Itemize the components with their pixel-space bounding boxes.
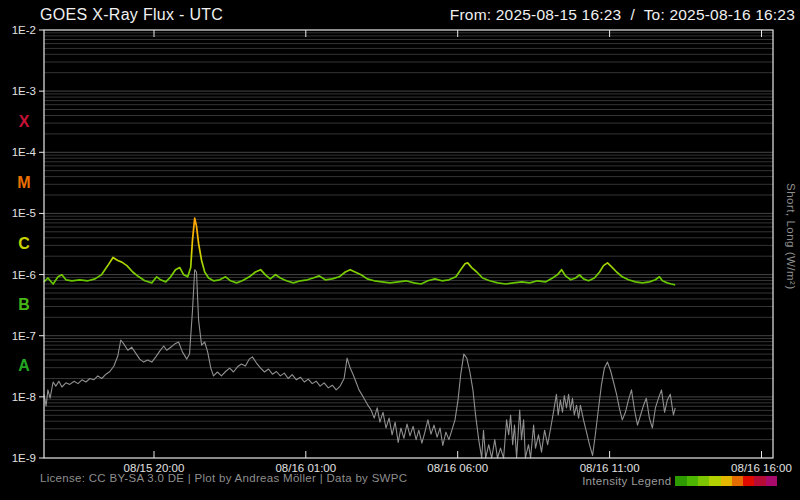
intensity-legend-swatch xyxy=(754,476,765,486)
license-text: License: CC BY-SA 3.0 DE | Plot by Andre… xyxy=(40,472,407,484)
chart-title: GOES X-Ray Flux - UTC xyxy=(40,6,223,24)
intensity-legend-swatch xyxy=(698,476,709,486)
intensity-legend-swatch xyxy=(766,476,777,486)
intensity-legend-swatch xyxy=(743,476,754,486)
y-axis-tick-label: 1E-8 xyxy=(12,391,36,403)
app-root: 08/15 20:0008/16 01:0008/16 06:0008/16 1… xyxy=(0,0,800,500)
flare-class-label-A: A xyxy=(18,357,30,374)
flare-class-label-B: B xyxy=(18,296,30,313)
intensity-legend-swatch xyxy=(709,476,720,486)
y-axis-tick-label: 1E-2 xyxy=(12,24,36,36)
short-flux-line xyxy=(44,270,675,458)
flare-class-label-M: M xyxy=(17,174,30,191)
y-axis-tick-label: 1E-5 xyxy=(12,207,36,219)
y-axis-tick-label: 1E-9 xyxy=(12,452,36,464)
xray-flux-plot: 08/15 20:0008/16 01:0008/16 06:0008/16 1… xyxy=(0,0,800,500)
right-axis-label: Short, Long (W/m²) xyxy=(785,183,797,290)
x-axis-tick-label: 08/16 06:00 xyxy=(427,462,488,474)
x-axis-tick-label: 08/16 11:00 xyxy=(580,462,640,474)
date-range: From: 2025-08-15 16:23 / To: 2025-08-16 … xyxy=(450,6,795,24)
intensity-legend-swatch xyxy=(721,476,732,486)
intensity-legend: Intensity Legend xyxy=(582,475,777,487)
flare-class-label-X: X xyxy=(19,113,30,130)
x-axis-tick-label: 08/16 16:00 xyxy=(731,462,792,474)
intensity-legend-label: Intensity Legend xyxy=(582,475,671,487)
flare-class-label-C: C xyxy=(18,235,30,252)
y-axis-tick-label: 1E-7 xyxy=(12,330,36,342)
y-axis-tick-label: 1E-6 xyxy=(12,269,36,281)
intensity-legend-swatch xyxy=(687,476,698,486)
intensity-legend-swatch xyxy=(675,476,686,486)
intensity-legend-swatch xyxy=(732,476,743,486)
y-axis-tick-label: 1E-4 xyxy=(12,146,37,158)
y-axis-tick-label: 1E-3 xyxy=(12,85,36,97)
intensity-legend-swatches xyxy=(675,476,777,486)
